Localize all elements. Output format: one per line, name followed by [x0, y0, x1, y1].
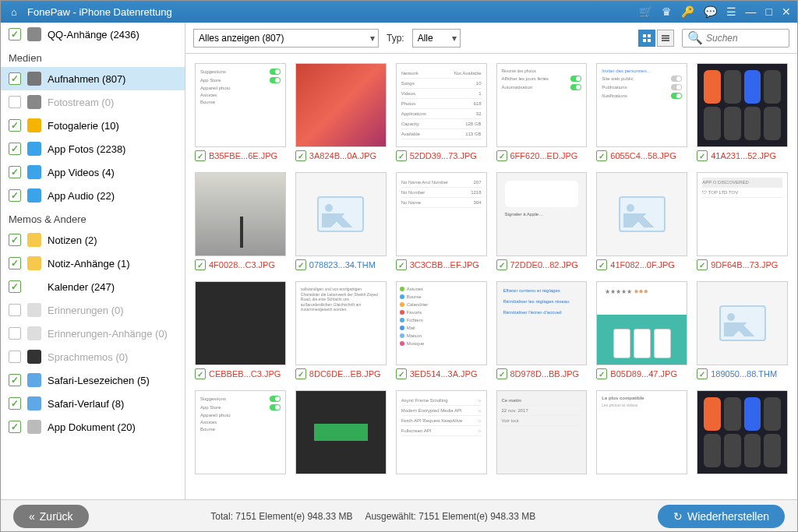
thumbnail-card[interactable]: 189050...88.THM — [697, 281, 788, 379]
thumbnail-checkbox[interactable] — [396, 259, 407, 270]
thumbnail-image[interactable] — [697, 63, 788, 147]
list-view-button[interactable] — [657, 30, 674, 47]
thumbnail-image[interactable]: NetworkNot AvailableSongs10Videos1Photos… — [396, 63, 487, 147]
minimize-icon[interactable]: — — [746, 5, 757, 18]
thumbnail-grid-wrap[interactable]: SuggestionsApp StoreAppareil photoAstuce… — [185, 54, 797, 499]
filter-dropdown[interactable]: Alles anzeigen (807) — [193, 29, 379, 48]
thumbnail-checkbox[interactable] — [295, 368, 306, 379]
checkbox[interactable] — [9, 351, 21, 363]
checkbox[interactable] — [9, 280, 21, 293]
thumbnail-image[interactable]: Signaler à Apple… — [496, 172, 588, 256]
thumbnail-image[interactable]: SuggestionsApp StoreAppareil photoAstuce… — [195, 63, 286, 147]
thumbnail-card[interactable]: CEBBEB...C3.JPG — [195, 281, 286, 379]
thumbnail-checkbox[interactable] — [295, 150, 306, 161]
type-dropdown[interactable]: Alle — [412, 29, 461, 48]
checkbox[interactable] — [9, 374, 21, 386]
grid-view-button[interactable] — [638, 30, 655, 47]
sidebar-item[interactable]: App Videos (4) — [1, 160, 185, 184]
thumbnail-image[interactable]: AstucesBourseCalendrierFavorisFichiersMa… — [396, 281, 487, 365]
key-icon[interactable]: 🔑 — [681, 5, 694, 18]
thumbnail-card[interactable]: 078823...34.THM — [295, 172, 387, 270]
thumbnail-card[interactable] — [697, 390, 788, 474]
back-button[interactable]: « Zurück — [13, 505, 89, 528]
thumbnail-card[interactable]: 3A824B...0A.JPG — [295, 63, 387, 161]
thumbnail-checkbox[interactable] — [195, 150, 206, 161]
sidebar-item[interactable]: App Audio (22) — [1, 184, 185, 207]
cart-icon[interactable]: 🛒 — [639, 5, 652, 18]
thumbnail-card[interactable]: NetworkNot AvailableSongs10Videos1Photos… — [396, 63, 487, 161]
thumbnail-image[interactable] — [697, 281, 788, 365]
thumbnail-checkbox[interactable] — [697, 150, 708, 161]
thumbnail-checkbox[interactable] — [195, 368, 206, 379]
sidebar-item[interactable]: Kalender (247) — [1, 275, 185, 298]
checkbox[interactable] — [9, 189, 21, 202]
thumbnail-image[interactable]: vollstandigen und von einzigartigen Char… — [295, 281, 387, 365]
thumbnail-image[interactable] — [697, 390, 788, 474]
sidebar-item[interactable]: Erinnerungen-Anhänge (0) — [1, 322, 185, 345]
recover-button[interactable]: ↻ Wiederherstellen — [658, 505, 785, 528]
thumbnail-image[interactable]: Inviter des personnes…Site web publicPub… — [596, 63, 687, 147]
thumbnail-checkbox[interactable] — [396, 368, 407, 379]
thumbnail-checkbox[interactable] — [596, 259, 607, 270]
sidebar-item[interactable]: Erinnerungen (0) — [1, 298, 185, 322]
thumbnail-card[interactable] — [295, 390, 387, 474]
maximize-icon[interactable]: □ — [766, 5, 772, 18]
checkbox[interactable] — [9, 119, 21, 132]
checkbox[interactable] — [9, 327, 21, 340]
thumbnail-image[interactable] — [195, 172, 286, 256]
menu-icon[interactable]: ☰ — [726, 5, 736, 18]
checkbox[interactable] — [9, 304, 21, 316]
thumbnail-checkbox[interactable] — [295, 259, 306, 270]
thumbnail-card[interactable]: 41A231...52.JPG — [697, 63, 788, 161]
checkbox[interactable] — [9, 166, 21, 178]
sidebar-item[interactable]: Notizen (2) — [1, 228, 185, 252]
thumbnail-image[interactable]: Ce matin22 nov. 2017Voir tout — [496, 390, 588, 474]
thumbnail-image[interactable]: Effacer contenu et réglagesRéinitialiser… — [496, 281, 588, 365]
thumbnail-checkbox[interactable] — [195, 259, 206, 270]
thumbnail-card[interactable]: Ce matin22 nov. 2017Voir tout — [496, 390, 588, 474]
sidebar-item[interactable]: Fotostream (0) — [1, 90, 185, 114]
search-box[interactable]: 🔍 — [682, 29, 789, 48]
checkbox[interactable] — [9, 421, 21, 433]
thumbnail-card[interactable]: No Name And Number207No Number1218No Nam… — [396, 172, 487, 270]
thumbnail-card[interactable]: vollstandigen und von einzigartigen Char… — [295, 281, 387, 379]
checkbox[interactable] — [9, 143, 21, 155]
checkbox[interactable] — [9, 234, 21, 246]
thumbnail-image[interactable] — [596, 172, 687, 256]
thumbnail-card[interactable]: Inviter des personnes…Site web publicPub… — [596, 63, 687, 161]
checkbox[interactable] — [9, 96, 21, 108]
sidebar-item[interactable]: Safari-Lesezeichen (5) — [1, 368, 185, 392]
thumbnail-image[interactable]: SuggestionsApp StoreAppareil photoAstuce… — [195, 390, 286, 474]
thumbnail-card[interactable]: Résumé des photosAfficher les jours féri… — [496, 63, 588, 161]
checkbox[interactable] — [9, 257, 21, 270]
sidebar-item[interactable]: App Dokument (20) — [1, 415, 185, 439]
thumbnail-checkbox[interactable] — [596, 368, 607, 379]
close-icon[interactable]: ✕ — [782, 5, 791, 18]
thumbnail-image[interactable]: Le plus compatibleLes photos et vidéos — [596, 390, 687, 474]
thumbnail-card[interactable]: SuggestionsApp StoreAppareil photoAstuce… — [195, 63, 286, 161]
thumbnail-card[interactable]: ★★★★★ ●●●B05D89...47.JPG — [596, 281, 687, 379]
thumbnail-image[interactable]: APP O DISCOVERED🛡 TOP LTD TOV — [697, 172, 788, 256]
thumbnail-card[interactable]: SuggestionsApp StoreAppareil photoAstuce… — [195, 390, 286, 474]
thumbnail-image[interactable] — [195, 281, 286, 365]
thumbnail-checkbox[interactable] — [697, 368, 708, 379]
thumbnail-image[interactable] — [295, 390, 387, 474]
thumbnail-card[interactable]: Effacer contenu et réglagesRéinitialiser… — [496, 281, 588, 379]
sidebar-item[interactable]: Aufnahmen (807) — [1, 67, 185, 90]
checkbox[interactable] — [9, 28, 21, 41]
feedback-icon[interactable]: 💬 — [704, 5, 717, 18]
thumbnail-checkbox[interactable] — [496, 259, 507, 270]
sidebar-item[interactable]: Sprachmemos (0) — [1, 345, 185, 368]
thumbnail-checkbox[interactable] — [697, 259, 708, 270]
checkbox[interactable] — [9, 397, 21, 410]
thumbnail-image[interactable]: Résumé des photosAfficher les jours féri… — [496, 63, 588, 147]
sidebar-item[interactable]: Fotogalerie (10) — [1, 114, 185, 137]
thumbnail-checkbox[interactable] — [396, 150, 407, 161]
thumbnail-card[interactable]: 4F0028...C3.JPG — [195, 172, 286, 270]
checkbox[interactable] — [9, 72, 21, 85]
thumbnail-checkbox[interactable] — [496, 368, 507, 379]
thumbnail-image[interactable]: Async Frame Scrolling○Modern Encrypted M… — [396, 390, 487, 474]
thumbnail-card[interactable]: APP O DISCOVERED🛡 TOP LTD TOV9DF64B...73… — [697, 172, 788, 270]
thumbnail-image[interactable] — [295, 172, 387, 256]
thumbnail-card[interactable]: Le plus compatibleLes photos et vidéos — [596, 390, 687, 474]
